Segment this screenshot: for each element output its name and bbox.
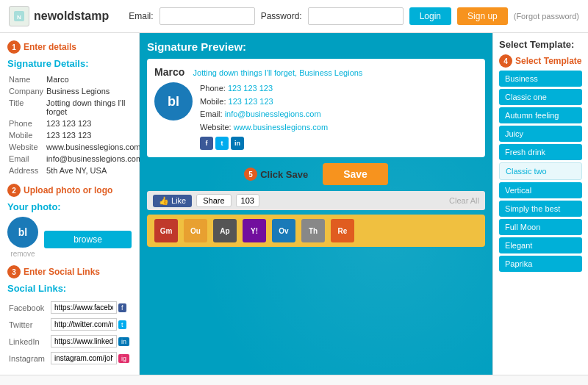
login-button[interactable]: Login — [409, 7, 451, 25]
template-paprika[interactable]: Paprika — [499, 256, 582, 272]
preview-name: Marco — [154, 66, 184, 78]
preview-tagline: Jotting down things I'll forget, Busines… — [193, 68, 363, 77]
svg-text:N: N — [17, 14, 21, 21]
middle-panel: Signature Preview: Marco Jotting down th… — [140, 33, 492, 375]
step3-circle: 3 — [7, 265, 21, 278]
browse-button[interactable]: browse — [44, 231, 132, 248]
twitter-icon: t — [118, 320, 126, 329]
sig-phone: 123 123 123 — [45, 118, 144, 129]
template-elegant[interactable]: Elegant — [499, 237, 582, 253]
photo-preview: bl — [7, 217, 38, 248]
email-input[interactable] — [159, 7, 255, 25]
twitter-input[interactable] — [51, 318, 117, 331]
signature-preview-box: Marco Jotting down things I'll forget, B… — [147, 59, 485, 157]
table-row: Instagram ig — [9, 350, 130, 366]
table-row: TitleJotting down things I'll forget — [7, 97, 144, 118]
facebook-icon: f — [118, 303, 126, 312]
sig-email: info@businesslegions.com — [45, 153, 144, 165]
footer: About us Contact us Email signature exam… — [0, 375, 588, 385]
left-panel: 1 Enter details Signature Details: NameM… — [0, 33, 140, 375]
step1-circle: 1 — [7, 40, 21, 54]
main-container: 1 Enter details Signature Details: NameM… — [0, 33, 588, 375]
outlook-icon[interactable]: Ou — [184, 219, 207, 242]
sig-address: 5th Ave NY, USA — [45, 165, 144, 176]
thunderbird-icon[interactable]: Th — [301, 219, 325, 242]
preview-tw-icon[interactable]: t — [215, 137, 229, 150]
linkedin-icon: in — [118, 337, 129, 346]
email-label: Email: — [129, 11, 153, 21]
like-count: 103 — [236, 194, 259, 207]
sig-title: Jotting down things I'll forget — [45, 97, 144, 118]
apple-mail-icon[interactable]: Ap — [213, 219, 237, 242]
signature-details: NameMarco CompanyBusiness Legions TitleJ… — [7, 73, 132, 176]
linkedin-input[interactable] — [51, 335, 117, 348]
step5-circle: 5 — [244, 168, 257, 181]
table-row: LinkedIn in — [9, 334, 130, 349]
select-template-title: Select Template: — [499, 39, 582, 50]
preview-info: Phone: 123 123 123 Mobile: 123 123 123 E… — [200, 82, 328, 150]
photo-title: Your photo: — [7, 201, 132, 212]
template-juicy[interactable]: Juicy — [499, 126, 582, 142]
signup-button[interactable]: Sign up — [457, 7, 508, 25]
office365-icon[interactable]: Ov — [272, 219, 295, 242]
gmail-icon[interactable]: Gm — [154, 219, 178, 242]
remove-link[interactable]: remove — [10, 250, 35, 258]
sig-details-title: Signature Details: — [7, 58, 132, 69]
instagram-icon: ig — [118, 354, 129, 363]
table-row: Facebook f — [9, 300, 130, 315]
template-simply-best[interactable]: Simply the best — [499, 201, 582, 217]
logo-area: N newoldstamp — [9, 6, 121, 26]
sig-website: www.businesslegions.com — [45, 141, 144, 153]
share-button[interactable]: Share — [196, 194, 231, 207]
table-row: Twitter t — [9, 317, 130, 332]
right-panel: Select Template: 4 Select Template Busin… — [492, 33, 588, 375]
social-share-bar: 👍 Like Share 103 Clear All — [147, 191, 485, 210]
click-save-label: Click Save — [260, 169, 308, 180]
template-list: Business Classic one Autumn feeling Juic… — [499, 71, 582, 272]
yahoo-icon[interactable]: Y! — [243, 219, 266, 242]
email-clients-bar: Gm Ou Ap Y! Ov Th Re — [147, 215, 485, 247]
preview-li-icon[interactable]: in — [231, 137, 244, 150]
table-row: NameMarco — [7, 73, 144, 85]
table-row: Mobile123 123 123 — [7, 129, 144, 141]
forgot-password-link[interactable]: (Forgot password) — [514, 12, 579, 21]
template-full-moon[interactable]: Full Moon — [499, 219, 582, 235]
save-row: 5 Click Save Save — [147, 163, 485, 185]
social-links-section: 3 Enter Social Links Social Links: Faceb… — [7, 265, 132, 367]
header: N newoldstamp Email: Password: Login Sig… — [0, 0, 588, 33]
template-classic-two[interactable]: Classic two — [499, 162, 582, 180]
preview-fb-icon[interactable]: f — [200, 137, 213, 150]
template-fresh-drink[interactable]: Fresh drink — [499, 144, 582, 160]
logo-text: newoldstamp — [34, 10, 109, 23]
password-input[interactable] — [308, 7, 404, 25]
preview-content: bl Phone: 123 123 123 Mobile: 123 123 12… — [154, 82, 478, 150]
clear-all-link[interactable]: Clear All — [449, 196, 479, 205]
table-row: Address5th Ave NY, USA — [7, 165, 144, 176]
template-vertical[interactable]: Vertical — [499, 182, 582, 198]
header-center: Email: Password: Login Sign up (Forgot p… — [129, 7, 579, 25]
template-business[interactable]: Business — [499, 71, 582, 87]
save-button[interactable]: Save — [323, 163, 388, 185]
template-autumn-feeling[interactable]: Autumn feeling — [499, 107, 582, 123]
facebook-input[interactable] — [51, 301, 117, 314]
instagram-input[interactable] — [51, 352, 117, 364]
social-title: Social Links: — [7, 283, 132, 294]
roundcube-icon[interactable]: Re — [331, 219, 354, 242]
step3-label: 3 Enter Social Links — [7, 265, 132, 278]
logo-icon: N — [9, 6, 29, 26]
step2-label: 2 Upload photo or logo — [7, 184, 132, 197]
preview-social-icons: f t in — [200, 137, 328, 150]
social-table: Facebook f Twitter t — [7, 298, 132, 367]
sig-mobile: 123 123 123 — [45, 129, 144, 141]
fb-like-button[interactable]: 👍 Like — [153, 195, 192, 207]
preview-title: Signature Preview: — [147, 40, 485, 53]
preview-avatar: bl — [154, 82, 193, 120]
step4-label: 4 Select Template — [499, 54, 582, 68]
sig-company: Business Legions — [45, 85, 144, 97]
table-row: Emailinfo@businesslegions.com — [7, 153, 144, 165]
photo-section: 2 Upload photo or logo Your photo: bl re… — [7, 184, 132, 258]
password-label: Password: — [261, 11, 302, 21]
step2-circle: 2 — [7, 184, 21, 197]
step4-circle: 4 — [499, 54, 512, 68]
template-classic-one[interactable]: Classic one — [499, 89, 582, 105]
